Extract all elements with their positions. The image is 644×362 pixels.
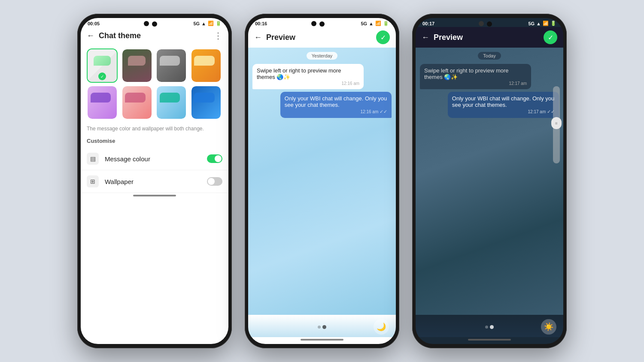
theme-grid: ✓ bbox=[81, 44, 228, 124]
info-text: The message color and wallpaper will bot… bbox=[81, 124, 228, 136]
phone-1-screen: 00:05 5G ▲ 📶 🔋 ← Chat theme ⋮ ✓ bbox=[81, 18, 228, 344]
phone-3-screen: 00:17 5G ▲ 📶 🔋 ← Preview ✓ Today bbox=[416, 18, 563, 344]
msg-time-2-1: 12:16 am bbox=[257, 81, 359, 86]
chat-messages-3: Today Swipe left or right to preview mor… bbox=[416, 48, 563, 122]
msg-time-3-sent: 12:17 am ✓✓ bbox=[452, 109, 555, 115]
ticks-2: ✓✓ bbox=[380, 109, 387, 114]
phone-3: 00:17 5G ▲ 📶 🔋 ← Preview ✓ Today bbox=[412, 14, 567, 348]
battery-icon-2: 🔋 bbox=[383, 21, 389, 26]
network-icon-2: 5G bbox=[361, 21, 367, 26]
msg-text-3-sent: Only your WBI chat will change. Only you… bbox=[452, 95, 554, 108]
preview-bottom-3: ☀️ bbox=[416, 315, 563, 337]
theme-item-3[interactable] bbox=[156, 48, 187, 83]
preview-bottom-2: 🌙 bbox=[248, 315, 396, 337]
scroll-thumb-3[interactable]: ≡ bbox=[553, 86, 560, 163]
status-icons-2: 5G ▲ 📶 🔋 bbox=[361, 21, 389, 26]
confirm-button-3[interactable]: ✓ bbox=[544, 30, 557, 44]
page-title-3: Preview bbox=[434, 33, 539, 42]
phone-2: 00:16 5G ▲ 📶 🔋 ← Preview ✓ Yesterday bbox=[245, 14, 399, 348]
wifi-icon-2: 📶 bbox=[375, 21, 381, 26]
app-bar-1: ← Chat theme ⋮ bbox=[81, 27, 228, 44]
wallpaper-toggle[interactable] bbox=[207, 177, 222, 186]
home-bar-1 bbox=[133, 195, 176, 196]
wallpaper-label: Wallpaper bbox=[105, 178, 201, 185]
signal-icon-3: ▲ bbox=[536, 21, 541, 26]
more-options-1[interactable]: ⋮ bbox=[214, 30, 222, 41]
message-colour-label: Message colour bbox=[105, 155, 201, 163]
msg-time-3-1: 12:17 am bbox=[424, 81, 527, 86]
status-bar-3: 00:17 5G ▲ 📶 🔋 bbox=[416, 18, 563, 27]
wifi-icon-3: 📶 bbox=[543, 21, 549, 26]
message-colour-icon: ▤ bbox=[87, 153, 99, 165]
app-bar-2: ← Preview ✓ bbox=[248, 27, 396, 48]
home-bar-3 bbox=[468, 339, 511, 341]
theme-item-6[interactable] bbox=[122, 85, 152, 120]
message-colour-toggle[interactable] bbox=[207, 154, 222, 163]
signal-icon-2: ▲ bbox=[369, 21, 374, 26]
moon-button-2[interactable]: 🌙 bbox=[374, 319, 389, 335]
phone-1: 00:05 5G ▲ 📶 🔋 ← Chat theme ⋮ ✓ bbox=[77, 14, 232, 348]
status-time-1: 00:05 bbox=[88, 21, 100, 26]
phone-2-screen: 00:16 5G ▲ 📶 🔋 ← Preview ✓ Yesterday bbox=[248, 18, 396, 344]
chat-messages-2: Yesterday Swipe left or right to preview… bbox=[248, 48, 396, 122]
dot-2-2 bbox=[322, 325, 326, 329]
signal-icon-1: ▲ bbox=[201, 21, 206, 26]
dot-indicator-2 bbox=[318, 325, 326, 329]
dot-3-2 bbox=[490, 325, 494, 329]
status-icons-1: 5G ▲ 📶 🔋 bbox=[193, 21, 222, 26]
network-icon-3: 5G bbox=[528, 21, 535, 26]
customise-label: Customise bbox=[81, 136, 228, 148]
network-icon-1: 5G bbox=[193, 21, 200, 26]
battery-icon-1: 🔋 bbox=[216, 21, 222, 26]
scroll-handle-3[interactable]: ≡ bbox=[551, 117, 562, 129]
date-pill-2: Yesterday bbox=[307, 52, 338, 60]
msg-text-3-1: Swipe left or right to preview more them… bbox=[424, 67, 509, 80]
theme-item-8[interactable] bbox=[191, 85, 222, 120]
dot-2-1 bbox=[318, 326, 321, 329]
chat-bg-3: Today Swipe left or right to preview mor… bbox=[416, 48, 563, 315]
msg-sent-2-1: Only your WBI chat will change. Only you… bbox=[280, 92, 392, 118]
msg-text-2-sent: Only your WBI chat will change. Only you… bbox=[285, 95, 387, 108]
theme-item-5[interactable] bbox=[87, 85, 118, 120]
page-title-1: Chat theme bbox=[99, 31, 210, 40]
phones-container: 00:05 5G ▲ 📶 🔋 ← Chat theme ⋮ ✓ bbox=[0, 0, 644, 362]
page-title-2: Preview bbox=[266, 33, 372, 42]
theme-item-7[interactable] bbox=[156, 85, 187, 120]
wallpaper-item[interactable]: ⊞ Wallpaper bbox=[81, 170, 228, 193]
status-bar-2: 00:16 5G ▲ 📶 🔋 bbox=[248, 18, 396, 27]
home-bar-2 bbox=[301, 339, 343, 341]
theme-item-4[interactable] bbox=[191, 48, 222, 83]
dot-3-1 bbox=[485, 326, 488, 329]
wallpaper-icon: ⊞ bbox=[87, 175, 99, 187]
back-button-1[interactable]: ← bbox=[87, 31, 94, 40]
chat-bg-2: Yesterday Swipe left or right to preview… bbox=[248, 48, 396, 315]
wifi-icon-1: 📶 bbox=[208, 21, 214, 26]
theme-check-1: ✓ bbox=[98, 72, 106, 80]
dot-indicator-3 bbox=[485, 325, 494, 329]
theme-item-1[interactable]: ✓ bbox=[87, 48, 118, 83]
message-colour-item[interactable]: ▤ Message colour bbox=[81, 148, 228, 170]
status-time-2: 00:16 bbox=[255, 21, 267, 26]
sun-button-3[interactable]: ☀️ bbox=[541, 319, 556, 335]
app-bar-3: ← Preview ✓ bbox=[416, 27, 563, 48]
confirm-button-2[interactable]: ✓ bbox=[376, 30, 390, 44]
date-pill-3: Today bbox=[478, 52, 501, 60]
msg-received-3-1: Swipe left or right to preview more them… bbox=[420, 64, 531, 89]
back-button-3[interactable]: ← bbox=[422, 33, 429, 42]
status-bar-1: 00:05 5G ▲ 📶 🔋 bbox=[81, 18, 228, 27]
back-button-2[interactable]: ← bbox=[254, 33, 262, 42]
battery-icon-3: 🔋 bbox=[550, 21, 556, 26]
msg-received-2-1: Swipe left or right to preview more them… bbox=[252, 64, 364, 89]
msg-text-2-1: Swipe left or right to preview more them… bbox=[257, 67, 341, 80]
msg-sent-3-1: Only your WBI chat will change. Only you… bbox=[448, 92, 559, 118]
status-time-3: 00:17 bbox=[422, 21, 434, 26]
status-icons-3: 5G ▲ 📶 🔋 bbox=[528, 21, 556, 26]
theme-item-2[interactable] bbox=[122, 48, 152, 83]
msg-time-2-sent: 12:16 am ✓✓ bbox=[285, 109, 387, 115]
